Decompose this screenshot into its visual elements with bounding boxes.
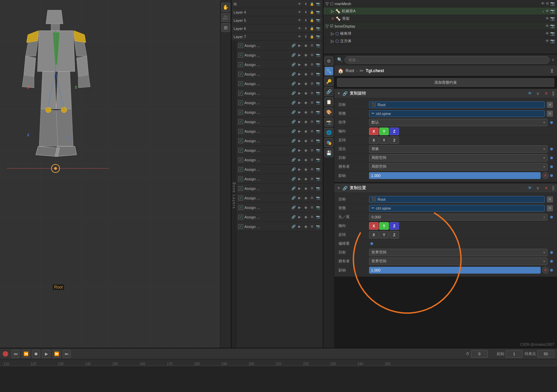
layer-vis-icon[interactable]: 👁 <box>297 34 302 39</box>
timeline-stop-btn[interactable]: ⏹ <box>32 350 40 358</box>
outliner-cam-icon[interactable]: 📷 <box>550 9 555 13</box>
copy-location-axis-z-btn[interactable]: Z <box>389 222 399 230</box>
props-icon-scene[interactable]: ⚙ <box>324 56 333 65</box>
props-icon-object[interactable]: 🔧 <box>324 67 333 76</box>
copy-location-ospace-dropdown[interactable]: 世界空间 ▾ <box>369 258 547 265</box>
assign-checkbox-2[interactable]: ✓ <box>238 53 243 58</box>
outliner-cam-icon[interactable]: 📷 <box>550 24 555 28</box>
layer-ik-row[interactable]: IK 👁 ⬇ 🔒 📷 <box>232 0 323 8</box>
copy-location-invert-z-btn[interactable]: Z <box>389 231 399 239</box>
outliner-vis-icon[interactable]: 👁 <box>545 39 549 43</box>
assign-row-16[interactable]: ✓ Assign ... 🔗 ▶ ◉ ⚙ 📷 <box>236 184 323 193</box>
copy-location-target-input[interactable]: ⬛ Root <box>369 196 545 203</box>
assign-checkbox-6[interactable]: ✓ <box>238 91 243 96</box>
copy-location-bone-clear-btn[interactable]: ✕ <box>547 205 553 211</box>
copy-location-headtail-input[interactable]: 0.000 ↕ <box>369 214 547 220</box>
assign-checkbox-9[interactable]: ✓ <box>238 119 243 124</box>
start-frame-input[interactable] <box>506 350 523 358</box>
copy-location-target-clear-btn[interactable]: ✕ <box>547 196 553 202</box>
copy-location-vis-icon[interactable]: 👁 <box>526 185 533 192</box>
assign-icon-arrow[interactable]: ▶ <box>297 43 302 48</box>
assign-checkbox-14[interactable]: ✓ <box>238 167 243 172</box>
outliner-row-棱角球[interactable]: ▷ ⬡ 棱角球 👁 📷 <box>323 30 557 37</box>
copy-rotation-invert-x-btn[interactable]: X <box>369 136 379 144</box>
layer-cam-icon[interactable]: 📷 <box>315 26 321 31</box>
outliner-vis-icon[interactable]: 👁 <box>545 16 549 21</box>
copy-rotation-order-dot[interactable] <box>550 121 553 124</box>
assign-checkbox-16[interactable]: ✓ <box>238 186 243 191</box>
props-icon-material[interactable]: 🎨 <box>324 108 333 116</box>
assign-checkbox-4[interactable]: ✓ <box>238 72 243 77</box>
layer-5-row[interactable]: Layer 5 👁 ⬇ 🔒 📷 <box>232 16 323 24</box>
assign-row-1[interactable]: ✓ Assign ... 🔗 ▶ ◉ ⚙ 📷 <box>236 41 323 50</box>
copy-rotation-tspace-dropdown[interactable]: 局部空间 ▾ <box>369 154 547 162</box>
timeline-ruler[interactable]: 110 120 130 140 150 160 170 180 190 200 … <box>0 359 557 392</box>
copy-location-headtail-dot[interactable] <box>550 216 553 218</box>
copy-rotation-close-icon[interactable]: ✕ <box>543 90 550 97</box>
layer-vis-icon[interactable]: 👁 <box>297 26 302 31</box>
outliner-row-cube[interactable]: ▷ ⬡ 立方体 👁 📷 <box>323 37 557 45</box>
copy-rotation-target-input[interactable]: ⬛ Root <box>369 101 545 108</box>
copy-location-axis-y-btn[interactable]: Y <box>379 222 389 230</box>
layer-hide-icon[interactable]: ⬇ <box>303 1 308 7</box>
outliner-cam-icon[interactable]: 📷 <box>550 1 555 6</box>
copy-location-header[interactable]: ▼ 🔗 复制位置 👁 ∨ ✕ <box>334 183 557 193</box>
outliner-row-mech[interactable]: ▷ 🦴 机械骨A ₂ 👁 📷 <box>323 7 557 15</box>
layer-hide-icon[interactable]: ⬇ <box>303 26 308 31</box>
copy-rotation-axis-y-btn[interactable]: Y <box>379 128 389 135</box>
copy-location-invert-y-btn[interactable]: Y <box>379 231 389 239</box>
copy-location-invert-x-btn[interactable]: X <box>369 231 379 239</box>
assign-checkbox-8[interactable]: ✓ <box>238 110 243 115</box>
copy-location-drag-handle[interactable] <box>552 186 554 191</box>
layer-lock-icon[interactable]: 🔒 <box>309 26 315 31</box>
assign-row-5[interactable]: ✓ Assign ... 🔗 ▶ ◉ ⚙ 📷 <box>236 79 323 88</box>
assign-checkbox-11[interactable]: ✓ <box>238 138 243 143</box>
camera-tool-btn[interactable]: 🎥 <box>221 13 230 22</box>
props-icon-render[interactable]: 📸 <box>324 118 333 127</box>
hand-tool-btn[interactable]: ✋ <box>221 3 230 12</box>
layer-6-row[interactable]: Layer 6 👁 ⬇ 🔒 📷 <box>232 24 323 33</box>
copy-rotation-ospace-dropdown[interactable]: 局部空间 ▾ <box>369 163 547 170</box>
outliner-vis-icon[interactable]: 👁 <box>545 24 549 28</box>
assign-checkbox-19[interactable]: ✓ <box>238 215 243 219</box>
copy-rotation-bone-input[interactable]: ✂ ctrl.spine <box>369 110 545 117</box>
assign-row-12[interactable]: ✓ Assign ... 🔗 ▶ ◉ ⚙ 📷 <box>236 146 323 155</box>
copy-location-close-icon[interactable]: ✕ <box>543 185 550 192</box>
assign-row-3[interactable]: ✓ Assign ... 🔗 ▶ ◉ ⚙ 📷 <box>236 60 323 69</box>
copy-rotation-drag-handle[interactable] <box>552 91 554 96</box>
copy-rotation-mix-dropdown[interactable]: 替换 ▾ <box>369 145 547 153</box>
current-frame-input[interactable] <box>471 350 488 358</box>
breadcrumb-expand-btn[interactable]: ⊻ <box>550 68 554 74</box>
assign-row-19[interactable]: ✓ Assign ... 🔗 ▶ ◉ ⚙ 📷 <box>236 212 323 222</box>
copy-location-axis-x-btn[interactable]: X <box>369 222 379 230</box>
assign-row-14[interactable]: ✓ Assign ... 🔗 ▶ ◉ ⚙ 📷 <box>236 165 323 174</box>
copy-location-influence-slider[interactable]: 1.000 <box>369 267 541 274</box>
assign-row-11[interactable]: ✓ Assign ... 🔗 ▶ ◉ ⚙ 📷 <box>236 136 323 146</box>
layer-hide-icon[interactable]: ⬇ <box>303 18 308 23</box>
copy-location-ospace-dot[interactable] <box>550 260 553 263</box>
copy-location-bone-input[interactable]: ✂ ctrl.spine <box>369 205 545 212</box>
assign-checkbox-10[interactable]: ✓ <box>238 129 243 134</box>
copy-rotation-bone-clear-btn[interactable]: ✕ <box>547 111 553 117</box>
assign-checkbox-17[interactable]: ✓ <box>238 196 243 200</box>
assign-row-15[interactable]: ✓ Assign ... 🔗 ▶ ◉ ⚙ 📷 <box>236 174 323 184</box>
search-dropdown-icon[interactable]: ∨ <box>552 58 554 62</box>
layer-lock-icon[interactable]: 🔒 <box>309 18 315 23</box>
outliner-vis-icon[interactable]: 👁 <box>545 31 549 36</box>
assign-checkbox-1[interactable]: ✓ <box>238 43 243 48</box>
assign-checkbox-3[interactable]: ✓ <box>238 62 243 67</box>
end-frame-input[interactable] <box>537 350 554 358</box>
grid-tool-btn[interactable]: ⊞ <box>221 23 230 32</box>
copy-location-tspace-dropdown[interactable]: 世界空间 ▾ <box>369 249 547 256</box>
timeline-to-start-btn[interactable]: ⏮ <box>12 350 20 358</box>
copy-rotation-order-dropdown[interactable]: 默认 ▾ <box>369 119 547 126</box>
copy-rotation-ospace-dot[interactable] <box>550 165 553 168</box>
assign-icon-obj[interactable]: ◉ <box>303 43 308 48</box>
props-icon-world[interactable]: 🌐 <box>324 128 333 137</box>
assign-icon-cam[interactable]: 📷 <box>315 43 321 48</box>
assign-row-7[interactable]: ✓ Assign ... 🔗 ▶ ◉ ⚙ 📷 <box>236 98 323 108</box>
copy-rotation-invert-z-btn[interactable]: Z <box>389 136 399 144</box>
assign-row-9[interactable]: ✓ Assign ... 🔗 ▶ ◉ ⚙ 📷 <box>236 117 323 127</box>
assign-checkbox-7[interactable]: ✓ <box>238 100 243 105</box>
copy-rotation-tspace-dot[interactable] <box>550 157 553 159</box>
